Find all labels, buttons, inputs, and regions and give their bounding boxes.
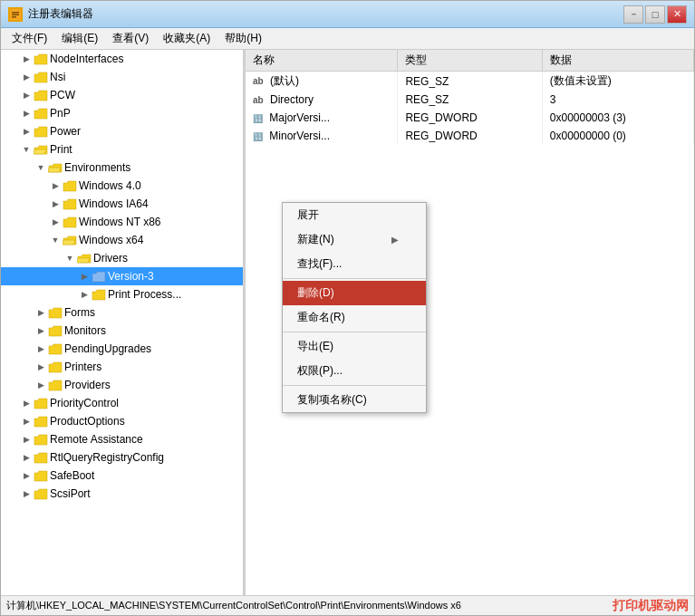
expand-btn[interactable]: ▶ xyxy=(77,269,92,284)
regedit-icon xyxy=(8,7,23,22)
cell-data: (数值未设置) xyxy=(542,72,693,91)
tree-item-print[interactable]: ▼ Print xyxy=(1,140,243,159)
expand-btn[interactable]: ▶ xyxy=(19,432,34,447)
tree-item-printers[interactable]: ▶ Printers xyxy=(1,358,243,376)
expand-btn[interactable]: ▶ xyxy=(19,124,34,139)
tree-item-drivers[interactable]: ▼ Drivers xyxy=(1,249,243,267)
menu-edit[interactable]: 编辑(E) xyxy=(54,29,105,48)
svg-marker-30 xyxy=(34,453,47,463)
expand-btn[interactable]: ▶ xyxy=(48,178,63,193)
ctx-permissions[interactable]: 权限(P)... xyxy=(283,359,426,383)
expand-btn[interactable]: ▶ xyxy=(34,323,48,338)
expand-btn[interactable]: ▶ xyxy=(34,342,48,356)
tree-item-prioritycontrol[interactable]: ▶ PriorityControl xyxy=(1,394,243,412)
folder-icon xyxy=(63,179,77,192)
context-menu: 展开 新建(N) ▶ 查找(F)... 删除(D) 重命名(R) xyxy=(282,202,427,413)
table-row[interactable]: ab (默认) REG_SZ (数值未设置) xyxy=(246,72,694,91)
tree-item-productoptions[interactable]: ▶ ProductOptions xyxy=(1,412,243,430)
tree-item-pcw[interactable]: ▶ PCW xyxy=(1,86,243,104)
svg-marker-4 xyxy=(34,54,47,64)
reg-sz-icon: ab xyxy=(253,76,264,86)
tree-item-win40[interactable]: ▶ Windows 4.0 xyxy=(1,177,243,195)
main-content: ▶ NodeInterfaces ▶ Nsi ▶ PCW xyxy=(1,50,694,595)
expand-btn[interactable]: ▶ xyxy=(77,287,92,302)
expand-btn[interactable]: ▼ xyxy=(63,251,77,265)
tree-item-power[interactable]: ▶ Power xyxy=(1,122,243,140)
tree-item-version3[interactable]: ▶ Version-3 xyxy=(1,267,243,285)
menu-help[interactable]: 帮助(H) xyxy=(217,29,269,48)
tree-item-pnp[interactable]: ▶ PnP xyxy=(1,104,243,122)
tree-item-label: Windows x64 xyxy=(79,234,143,246)
ctx-new[interactable]: 新建(N) ▶ xyxy=(283,227,426,252)
table-row[interactable]: ab Directory REG_SZ 3 xyxy=(246,91,694,109)
close-button[interactable]: ✕ xyxy=(667,5,687,24)
expand-btn[interactable]: ▶ xyxy=(19,450,34,465)
tree-item-nsi[interactable]: ▶ Nsi xyxy=(1,68,243,86)
tree-item-monitors[interactable]: ▶ Monitors xyxy=(1,322,243,340)
ctx-expand[interactable]: 展开 xyxy=(283,203,426,227)
submenu-arrow-icon: ▶ xyxy=(391,235,399,245)
minimize-button[interactable]: － xyxy=(623,5,643,24)
tree-item-environments[interactable]: ▼ Environments xyxy=(1,159,243,177)
expand-btn[interactable]: ▶ xyxy=(19,88,34,102)
expand-btn[interactable]: ▶ xyxy=(19,468,34,483)
status-path: 计算机\HKEY_LOCAL_MACHINE\SYSTEM\CurrentCon… xyxy=(6,599,461,612)
folder-icon xyxy=(48,324,63,337)
tree-item-safeboot[interactable]: ▶ SafeBoot xyxy=(1,467,243,485)
svg-marker-14 xyxy=(63,199,76,209)
ctx-rename[interactable]: 重命名(R) xyxy=(283,305,426,330)
tree-item-scsiport[interactable]: ▶ ScsiPort xyxy=(1,485,243,503)
expand-btn[interactable]: ▶ xyxy=(19,52,34,66)
tree-item-printprocess[interactable]: ▶ Print Process... xyxy=(1,285,243,303)
tree-item-winntx86[interactable]: ▶ Windows NT x86 xyxy=(1,213,243,231)
folder-icon xyxy=(48,361,63,373)
svg-marker-12 xyxy=(48,168,61,172)
cell-data: 0x00000003 (3) xyxy=(542,109,693,127)
folder-icon xyxy=(34,107,48,120)
expand-btn[interactable]: ▶ xyxy=(48,215,63,229)
tree-item-rtlqueryregistry[interactable]: ▶ RtlQueryRegistryConfig xyxy=(1,448,243,467)
tree-item-label: RtlQueryRegistryConfig xyxy=(50,451,164,464)
expand-btn[interactable]: ▶ xyxy=(34,305,48,320)
expand-btn[interactable]: ▼ xyxy=(19,142,34,157)
expand-btn[interactable]: ▼ xyxy=(34,160,48,175)
tree-item-winia64[interactable]: ▶ Windows IA64 xyxy=(1,195,243,213)
registry-values-pane: 名称 类型 数据 ab (默认) REG_SZ (数值未设置) xyxy=(246,50,694,595)
svg-marker-32 xyxy=(34,489,47,499)
ctx-export[interactable]: 导出(E) xyxy=(283,334,426,359)
cell-type: REG_DWORD xyxy=(398,109,542,127)
expand-btn[interactable]: ▼ xyxy=(48,233,63,247)
tree-item-pendingupgrades[interactable]: ▶ PendingUpgrades xyxy=(1,340,243,358)
restore-button[interactable]: □ xyxy=(645,5,665,24)
expand-btn[interactable]: ▶ xyxy=(19,70,34,84)
expand-btn[interactable]: ▶ xyxy=(34,360,48,374)
ctx-delete[interactable]: 删除(D) xyxy=(283,281,426,305)
folder-icon xyxy=(34,53,48,65)
svg-marker-26 xyxy=(49,380,62,390)
tree-item-nodeinterfaces[interactable]: ▶ NodeInterfaces xyxy=(1,50,243,68)
menu-file[interactable]: 文件(F) xyxy=(5,29,54,48)
expand-btn[interactable]: ▶ xyxy=(19,414,34,428)
ctx-find[interactable]: 查找(F)... xyxy=(283,252,426,276)
cell-name: 🔢 MinorVersi... xyxy=(246,127,398,145)
expand-btn[interactable]: ▶ xyxy=(19,106,34,120)
expand-btn[interactable]: ▶ xyxy=(48,197,63,211)
expand-btn[interactable]: ▶ xyxy=(34,378,48,392)
expand-btn[interactable]: ▶ xyxy=(19,486,34,501)
cell-name: ab Directory xyxy=(246,91,398,109)
tree-item-winx64[interactable]: ▼ Windows x64 xyxy=(1,231,243,249)
folder-icon xyxy=(34,89,48,101)
tree-item-label: Windows 4.0 xyxy=(79,179,141,192)
folder-icon xyxy=(34,451,48,464)
table-row[interactable]: 🔢 MajorVersi... REG_DWORD 0x00000003 (3) xyxy=(246,109,694,127)
ctx-copyname[interactable]: 复制项名称(C) xyxy=(283,388,426,412)
expand-btn[interactable]: ▶ xyxy=(19,396,34,410)
menu-view[interactable]: 查看(V) xyxy=(105,29,156,48)
tree-item-remoteassistance[interactable]: ▶ Remote Assistance xyxy=(1,430,243,448)
table-row[interactable]: 🔢 MinorVersi... REG_DWORD 0x00000000 (0) xyxy=(246,127,694,145)
tree-item-providers[interactable]: ▶ Providers xyxy=(1,376,243,394)
tree-item-forms[interactable]: ▶ Forms xyxy=(1,303,243,322)
menu-favorites[interactable]: 收藏夹(A) xyxy=(156,29,217,48)
svg-rect-1 xyxy=(12,12,19,14)
col-header-type: 类型 xyxy=(398,50,542,72)
